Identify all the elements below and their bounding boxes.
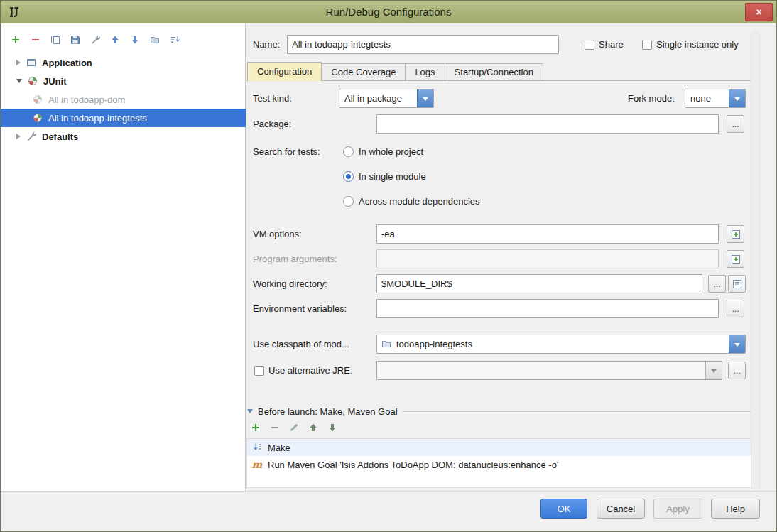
program-arguments-expand-button[interactable] bbox=[727, 250, 744, 268]
fork-mode-select[interactable]: none bbox=[685, 89, 746, 108]
alternative-jre-checkbox[interactable] bbox=[254, 366, 264, 376]
make-icon bbox=[251, 442, 263, 453]
single-instance-label: Single instance only bbox=[656, 35, 739, 54]
tree-toolbar bbox=[9, 33, 181, 46]
application-icon bbox=[26, 57, 37, 68]
environment-variables-input[interactable] bbox=[376, 299, 719, 318]
panel-splitter[interactable] bbox=[245, 23, 247, 491]
before-launch-item-label: Run Maven Goal 'Isis Addons ToDoApp DOM:… bbox=[268, 460, 558, 470]
program-arguments-input[interactable] bbox=[376, 249, 719, 268]
list-icon bbox=[732, 278, 743, 290]
radio-whole-project[interactable] bbox=[343, 146, 354, 157]
new-folder-button[interactable] bbox=[148, 33, 161, 46]
collapsed-arrow-icon[interactable] bbox=[16, 134, 21, 139]
collapsed-arrow-icon[interactable] bbox=[16, 60, 21, 65]
alternative-jre-select[interactable] bbox=[376, 361, 722, 380]
radio-single-module[interactable] bbox=[343, 171, 354, 182]
chevron-down-icon[interactable] bbox=[729, 335, 745, 353]
help-button[interactable]: Help bbox=[711, 499, 760, 519]
apply-button-label: Apply bbox=[666, 504, 690, 514]
environment-variables-browse-button[interactable]: ... bbox=[727, 300, 744, 317]
before-launch-move-down-button[interactable] bbox=[326, 421, 339, 434]
tabbar-underline bbox=[246, 80, 754, 81]
tab-startup-connection[interactable]: Startup/Connection bbox=[445, 63, 543, 81]
before-launch-title: Before launch: Make, Maven Goal bbox=[258, 406, 398, 417]
edit-defaults-button[interactable] bbox=[89, 33, 102, 46]
chevron-down-icon[interactable] bbox=[705, 362, 722, 379]
move-up-button[interactable] bbox=[109, 33, 121, 46]
ok-button[interactable]: OK bbox=[540, 499, 587, 519]
test-kind-select[interactable]: All in package bbox=[339, 89, 434, 108]
tab-logs[interactable]: Logs bbox=[406, 63, 445, 81]
junit-config-icon bbox=[32, 112, 43, 124]
run-debug-configurations-window: Run/Debug Configurations × Application J… bbox=[0, 0, 777, 532]
close-button[interactable]: × bbox=[745, 3, 773, 21]
titlebar: Run/Debug Configurations × bbox=[1, 1, 776, 23]
pencil-icon bbox=[288, 422, 300, 433]
config-tabs: Configuration Code Coverage Logs Startup… bbox=[247, 62, 543, 81]
add-configuration-button[interactable] bbox=[9, 33, 22, 46]
vertical-scrollbar[interactable] bbox=[751, 32, 760, 489]
radio-across-module-dependencies-label: Across module dependencies bbox=[359, 192, 480, 211]
share-checkbox[interactable] bbox=[585, 40, 594, 50]
radio-across-module-dependencies[interactable] bbox=[343, 196, 354, 207]
working-directory-input[interactable] bbox=[376, 274, 702, 293]
fork-mode-label: Fork mode: bbox=[628, 89, 675, 108]
classpath-module-select[interactable]: todoapp-integtests bbox=[376, 335, 746, 354]
cancel-button[interactable]: Cancel bbox=[597, 499, 645, 519]
name-input[interactable] bbox=[287, 35, 559, 54]
save-configuration-button[interactable] bbox=[69, 33, 82, 46]
ellipsis-label: ... bbox=[732, 304, 739, 314]
add-icon bbox=[10, 34, 21, 45]
ellipsis-label: ... bbox=[713, 279, 720, 289]
vm-options-input[interactable] bbox=[376, 224, 719, 244]
move-down-button[interactable] bbox=[129, 33, 141, 46]
before-launch-toolbar bbox=[249, 421, 339, 434]
tree-item-all-in-todoapp-dom[interactable]: All in todoapp-dom bbox=[1, 90, 246, 109]
collapse-section-icon[interactable] bbox=[247, 409, 253, 413]
tab-configuration[interactable]: Configuration bbox=[247, 62, 322, 81]
before-launch-item-label: Make bbox=[268, 443, 290, 453]
ellipsis-label: ... bbox=[733, 366, 740, 376]
vm-options-label: VM options: bbox=[253, 224, 302, 244]
test-kind-value: All in package bbox=[344, 89, 415, 107]
arrow-down-icon bbox=[327, 422, 338, 433]
package-browse-button[interactable]: ... bbox=[727, 115, 744, 133]
expanded-arrow-icon[interactable] bbox=[16, 79, 22, 83]
tree-item-all-in-todoapp-integtests[interactable]: All in todoapp-integtests bbox=[1, 109, 246, 127]
before-launch-move-up-button[interactable] bbox=[307, 421, 320, 434]
classpath-module-value: todoapp-integtests bbox=[396, 335, 727, 353]
remove-configuration-button[interactable] bbox=[29, 33, 42, 46]
tree-item-application[interactable]: Application bbox=[1, 53, 246, 72]
wrench-icon bbox=[26, 131, 37, 142]
tree-item-label: Application bbox=[42, 58, 92, 68]
tree-item-junit[interactable]: JUnit bbox=[1, 72, 246, 90]
alternative-jre-browse-button[interactable]: ... bbox=[728, 362, 746, 379]
name-label: Name: bbox=[253, 35, 280, 54]
tab-code-coverage[interactable]: Code Coverage bbox=[322, 63, 406, 81]
copy-configuration-button[interactable] bbox=[49, 33, 62, 46]
sort-configurations-button[interactable] bbox=[168, 33, 181, 46]
apply-button[interactable]: Apply bbox=[653, 499, 702, 519]
tree-item-defaults[interactable]: Defaults bbox=[1, 127, 246, 146]
vm-options-expand-button[interactable] bbox=[727, 225, 744, 243]
before-launch-add-button[interactable] bbox=[249, 421, 262, 434]
working-directory-browse-button[interactable]: ... bbox=[708, 275, 726, 293]
package-input[interactable] bbox=[376, 114, 719, 134]
before-launch-edit-button[interactable] bbox=[288, 421, 300, 434]
environment-variables-label: Environment variables: bbox=[253, 299, 347, 318]
folder-icon bbox=[149, 34, 161, 45]
help-button-label: Help bbox=[726, 504, 745, 514]
chevron-down-icon[interactable] bbox=[417, 89, 433, 107]
before-launch-item-make[interactable]: Make bbox=[247, 439, 753, 456]
chevron-down-icon[interactable] bbox=[729, 89, 745, 107]
footer: OK Cancel Apply Help bbox=[1, 491, 777, 532]
before-launch-remove-button[interactable] bbox=[268, 421, 281, 434]
working-directory-history-button[interactable] bbox=[728, 275, 746, 293]
arrow-down-icon bbox=[129, 34, 141, 45]
copy-icon bbox=[50, 34, 61, 45]
add-icon bbox=[250, 422, 261, 433]
before-launch-item-maven[interactable]: m Run Maven Goal 'Isis Addons ToDoApp DO… bbox=[247, 456, 753, 473]
single-instance-checkbox[interactable] bbox=[642, 40, 652, 50]
test-kind-label: Test kind: bbox=[253, 89, 292, 108]
